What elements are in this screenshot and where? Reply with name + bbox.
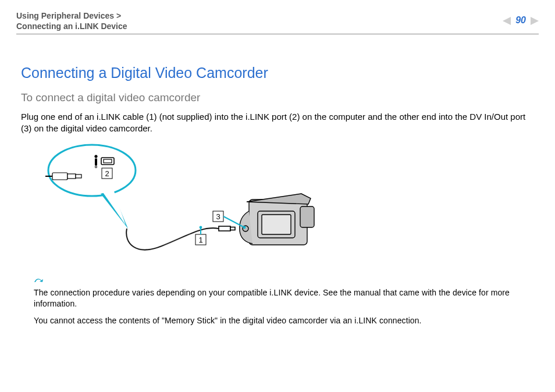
svg-rect-16	[219, 226, 230, 231]
svg-rect-5	[52, 173, 67, 180]
prev-page-icon[interactable]	[503, 16, 511, 24]
header-rule	[16, 34, 539, 34]
note-icon	[34, 276, 44, 283]
camcorder-icon	[240, 194, 314, 245]
svg-point-12	[95, 166, 97, 168]
breadcrumb: Using Peripheral Devices > Connecting an…	[16, 10, 127, 31]
callout-bubble	[48, 145, 136, 229]
svg-marker-1	[531, 17, 539, 25]
note-line-1: The connection procedure varies dependin…	[34, 287, 534, 309]
svg-point-10	[95, 155, 97, 158]
next-page-icon[interactable]	[531, 16, 539, 24]
svg-rect-14	[104, 159, 112, 163]
note-block: The connection procedure varies dependin…	[34, 275, 534, 327]
svg-point-20	[200, 226, 202, 229]
svg-rect-7	[76, 174, 81, 178]
svg-point-2	[48, 145, 136, 196]
callout-2: 2	[102, 168, 112, 179]
callout-3: 3	[213, 211, 223, 222]
page-number: 90	[515, 14, 526, 27]
svg-point-28	[243, 226, 246, 229]
svg-rect-25	[262, 215, 291, 234]
note-line-2: You cannot access the contents of "Memor…	[34, 315, 534, 326]
connection-diagram: 2 1 3	[28, 141, 539, 269]
ilink-cable	[126, 226, 235, 250]
svg-rect-6	[67, 174, 76, 179]
callout-2-label: 2	[105, 169, 109, 178]
page-title: Connecting a Digital Video Camcorder	[21, 63, 539, 83]
svg-rect-11	[95, 159, 97, 165]
breadcrumb-bottom: Connecting an i.LINK Device	[16, 22, 127, 31]
breadcrumb-top: Using Peripheral Devices	[16, 11, 114, 20]
svg-rect-17	[230, 227, 235, 230]
svg-marker-0	[503, 17, 511, 25]
breadcrumb-separator: >	[116, 11, 121, 20]
svg-rect-23	[300, 206, 314, 227]
page-navigation: 90	[503, 10, 539, 27]
body-text: Plug one end of an i.LINK cable (1) (not…	[21, 111, 534, 135]
callout-1-label: 1	[198, 236, 202, 244]
callout-3-label: 3	[216, 212, 220, 221]
page-subtitle: To connect a digital video camcorder	[21, 90, 539, 105]
svg-marker-4	[103, 190, 126, 225]
